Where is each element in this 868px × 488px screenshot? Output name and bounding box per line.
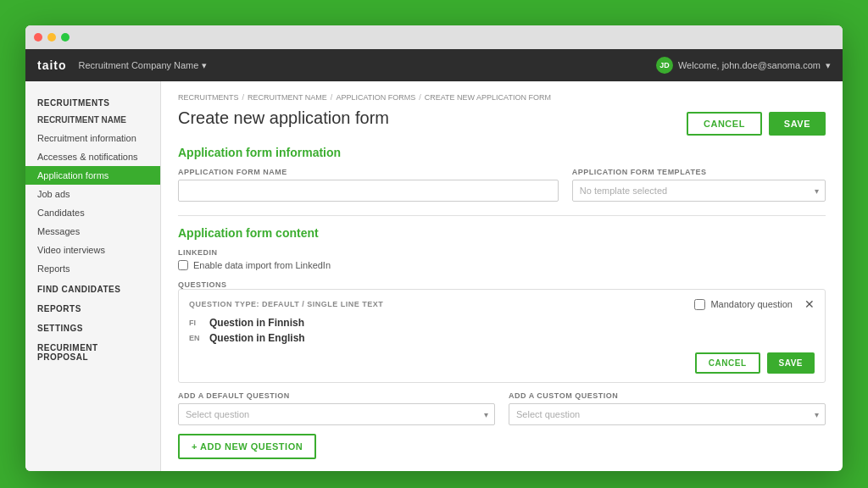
sidebar-item-accesses[interactable]: Accesses & notifications (25, 147, 160, 166)
app-logo: taito (37, 58, 67, 72)
divider (178, 215, 826, 216)
sidebar-item-video-interviews[interactable]: Video interviews (25, 241, 160, 259)
question-fi-text: Question in Finnish (209, 317, 304, 329)
form-name-input[interactable] (178, 180, 559, 202)
question-type-label: QUESTION TYPE: DEFAULT / SINGLE LINE TEX… (189, 300, 383, 308)
add-default-select[interactable]: Select question (178, 403, 495, 425)
top-navbar: taito Recruitment Company Name ▾ JD Welc… (25, 49, 843, 81)
add-default-label: ADD A DEFAULT QUESTION (178, 391, 495, 400)
chevron-down-icon: ▾ (826, 60, 831, 71)
main-content: RECRUITMENTS RECRUITMENT NAME Recruitmen… (25, 81, 843, 471)
header-buttons: CANCEL SAVE (687, 112, 826, 136)
navbar-right: JD Welcome, john.doe@sanoma.com ▾ (656, 57, 831, 74)
add-new-question-button[interactable]: + ADD NEW QUESTION (178, 434, 316, 459)
lang-fi-badge: FI (189, 319, 203, 327)
sidebar: RECRUITMENTS RECRUITMENT NAME Recruitmen… (25, 81, 161, 471)
question-save-button[interactable]: SAVE (767, 352, 815, 374)
maximize-dot[interactable] (61, 33, 70, 42)
browser-titlebar (25, 25, 843, 49)
question-card-header: QUESTION TYPE: DEFAULT / SINGLE LINE TEX… (189, 298, 815, 310)
questions-section: QUESTIONS QUESTION TYPE: DEFAULT / SINGL… (178, 280, 826, 459)
breadcrumb: RECRUITMENTS / RECRUITMENT NAME / APPLIC… (178, 93, 826, 102)
app-wrapper: taito Recruitment Company Name ▾ JD Welc… (25, 49, 843, 471)
sidebar-item-job-ads[interactable]: Job ads (25, 185, 160, 203)
user-avatar: JD (656, 57, 673, 74)
sidebar-section-settings[interactable]: SETTINGS (25, 317, 160, 336)
sidebar-item-candidates[interactable]: Candidates (25, 203, 160, 222)
add-custom-select[interactable]: Select question (509, 403, 826, 425)
form-template-label: APPLICATION FORM TEMPLATES (572, 168, 826, 176)
sidebar-section-recruitment-proposal[interactable]: RECURIMENT PROPOSAL (25, 336, 160, 365)
minimize-dot[interactable] (47, 33, 56, 42)
mandatory-checkbox[interactable] (694, 299, 705, 310)
form-template-select[interactable]: No template selected (572, 180, 826, 202)
add-default-select-wrapper[interactable]: Select question ▾ (178, 403, 495, 425)
sidebar-item-application-forms[interactable]: Application forms (25, 166, 160, 185)
mandatory-label: Mandatory question (710, 299, 793, 309)
linkedin-checkbox-label: Enable data import from LinkedIn (193, 260, 331, 270)
form-template-select-wrapper[interactable]: No template selected ▾ (572, 180, 826, 202)
form-info-heading: Application form information (178, 146, 826, 159)
sidebar-section-reports[interactable]: REPORTS (25, 297, 160, 317)
form-info-section: Application form information APPLICATION… (178, 146, 826, 202)
form-content-heading: Application form content (178, 226, 826, 240)
form-info-row: APPLICATION FORM NAME APPLICATION FORM T… (178, 168, 826, 202)
sidebar-item-recruitment-name[interactable]: RECRUITMENT NAME (25, 111, 160, 129)
question-close-button[interactable]: ✕ (798, 298, 815, 310)
sidebar-section-find-candidates[interactable]: FIND CANDIDATES (25, 278, 160, 297)
company-selector[interactable]: Recruitment Company Name ▾ (79, 60, 208, 71)
lang-en-badge: EN (189, 334, 203, 342)
add-custom-label: ADD A CUSTOM QUESTION (509, 391, 826, 400)
question-cancel-button[interactable]: CANCEL (695, 352, 760, 374)
chevron-down-icon: ▾ (202, 60, 207, 71)
linkedin-checkbox[interactable] (178, 260, 188, 270)
question-card: QUESTION TYPE: DEFAULT / SINGLE LINE TEX… (178, 289, 826, 383)
add-question-row: ADD A DEFAULT QUESTION Select question ▾ (178, 391, 826, 425)
browser-window: taito Recruitment Company Name ▾ JD Welc… (25, 25, 843, 471)
question-en-row: EN Question in English (189, 332, 815, 344)
questions-label: QUESTIONS (178, 280, 826, 289)
form-template-group: APPLICATION FORM TEMPLATES No template s… (572, 168, 826, 202)
sidebar-item-recruitment-info[interactable]: Recruitment information (25, 129, 160, 147)
add-custom-select-wrapper[interactable]: Select question ▾ (509, 403, 826, 425)
cancel-button[interactable]: CANCEL (687, 112, 762, 136)
sidebar-section-recruitments: RECRUITMENTS (25, 93, 160, 111)
page-title: Create new application form (178, 108, 389, 128)
question-fi-row: FI Question in Finnish (189, 317, 815, 329)
sidebar-item-reports[interactable]: Reports (25, 259, 160, 278)
navbar-left: taito Recruitment Company Name ▾ (37, 58, 207, 72)
add-default-group: ADD A DEFAULT QUESTION Select question ▾ (178, 391, 495, 425)
linkedin-checkbox-row: Enable data import from LinkedIn (178, 260, 826, 270)
linkedin-label: LINKEDIN (178, 248, 826, 257)
close-dot[interactable] (34, 33, 42, 42)
form-content-section: Application form content LINKEDIN Enable… (178, 226, 826, 459)
save-button[interactable]: SAVE (769, 112, 826, 136)
form-name-group: APPLICATION FORM NAME (178, 168, 559, 202)
question-card-footer: CANCEL SAVE (189, 352, 815, 374)
page-header-row: Create new application form CANCEL SAVE (178, 108, 826, 136)
mandatory-checkbox-row: Mandatory question ✕ (694, 298, 815, 310)
linkedin-section: LINKEDIN Enable data import from LinkedI… (178, 248, 826, 270)
page-content: RECRUITMENTS / RECRUITMENT NAME / APPLIC… (161, 81, 843, 471)
sidebar-item-messages[interactable]: Messages (25, 222, 160, 241)
add-custom-group: ADD A CUSTOM QUESTION Select question ▾ (509, 391, 826, 425)
question-en-text: Question in English (209, 332, 305, 344)
form-name-label: APPLICATION FORM NAME (178, 168, 559, 176)
